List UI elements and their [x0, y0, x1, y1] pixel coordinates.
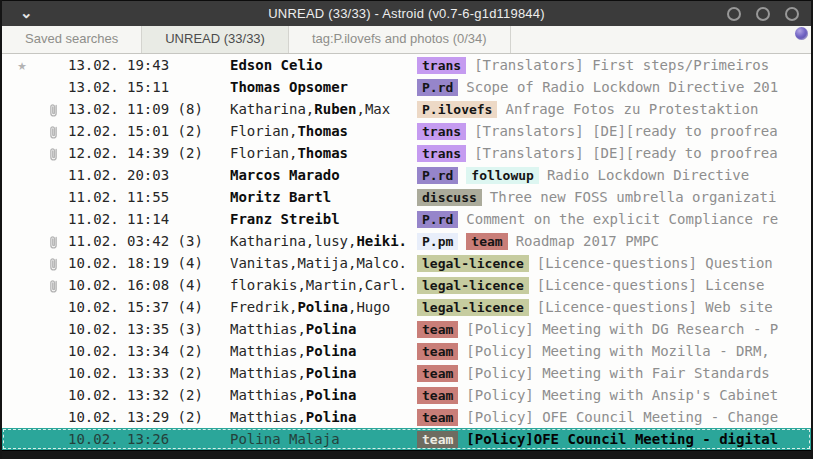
tab-unread-33-33[interactable]: UNREAD (33/33): [142, 26, 289, 53]
globe-icon: [795, 27, 808, 40]
window-bottom-border: [2, 450, 811, 459]
thread-date: 11.02. 11:14: [64, 211, 230, 227]
thread-row[interactable]: 11.02. 11:55Moritz BartldiscussThree new…: [2, 186, 811, 208]
thread-row[interactable]: 12.02. 15:01 (2)Florian,Thomastrans[Tran…: [2, 120, 811, 142]
thread-tags-and-subject: legal-licence[Licence-questions] Web sit…: [417, 299, 811, 316]
thread-authors: florakis,Martin,Carl.: [230, 277, 417, 293]
thread-row[interactable]: 12.02. 14:39 (2)Florian,Thomastrans[Tran…: [2, 142, 811, 164]
thread-subject: Three new FOSS umbrella organizati: [490, 189, 777, 205]
thread-row[interactable]: 10.02. 18:19 (4)Vanitas,Matija,Malco.leg…: [2, 252, 811, 274]
thread-row[interactable]: 10.02. 13:26Polina Malajateam[Policy]OFE…: [2, 428, 811, 450]
thread-subject: Comment on the explicit Compliance re: [466, 211, 778, 227]
thread-tags-and-subject: trans[Translators] [DE][ready to proofre…: [417, 145, 811, 162]
thread-row[interactable]: 10.02. 16:08 (4)florakis,Martin,Carl.leg…: [2, 274, 811, 296]
tag-chip: P.ilovefs: [417, 101, 497, 118]
tag-chip: legal-licence: [417, 299, 529, 316]
thread-tags-and-subject: team[Policy]OFE Council Meeting - digita…: [417, 431, 811, 448]
thread-subject: [Translators] First steps/Primeiros: [474, 57, 769, 73]
thread-date: 10.02. 16:08 (4): [64, 277, 230, 293]
thread-authors: Katharina,Ruben,Max: [230, 101, 417, 117]
thread-date: 12.02. 15:01 (2): [64, 123, 230, 139]
thread-subject: [Translators] [DE][ready to proofrea: [474, 145, 777, 161]
thread-subject: Anfrage Fotos zu Protestaktion: [505, 101, 758, 117]
tabs-container: Saved searchesUNREAD (33/33)tag:P.ilovef…: [2, 26, 511, 53]
thread-tags-and-subject: team[Policy] Meeting with Mozilla - DRM,: [417, 343, 811, 360]
thread-row[interactable]: 13.02. 15:11Thomas OpsomerP.rdScope of R…: [2, 76, 811, 98]
thread-authors: Matthias,Polina: [230, 409, 417, 425]
thread-tags-and-subject: discussThree new FOSS umbrella organizat…: [417, 189, 811, 206]
thread-row[interactable]: 10.02. 13:29 (2)Matthias,Polinateam[Poli…: [2, 406, 811, 428]
thread-authors: Edson Celio: [230, 57, 417, 73]
thread-tags-and-subject: P.rdfollowupRadio Lockdown Directive: [417, 167, 811, 184]
thread-tags-and-subject: trans[Translators] [DE][ready to proofre…: [417, 123, 811, 140]
thread-authors: Franz Streibl: [230, 211, 417, 227]
thread-tags-and-subject: P.pmteamRoadmap 2017 PMPC: [417, 233, 811, 250]
paperclip-icon: [42, 255, 64, 272]
thread-authors: Florian,Thomas: [230, 145, 417, 161]
thread-row[interactable]: 10.02. 13:34 (2)Matthias,Polinateam[Poli…: [2, 340, 811, 362]
tag-chip: team: [417, 431, 458, 448]
tag-chip: team: [417, 365, 458, 382]
star-icon: ★: [2, 54, 42, 76]
tag-chip: discuss: [417, 189, 482, 206]
thread-date: 11.02. 20:03: [64, 167, 230, 183]
thread-subject: [Licence-questions] Web site: [537, 299, 773, 315]
thread-subject: [Policy] Meeting with Ansip's Cabinet: [466, 387, 778, 403]
paperclip-icon: [42, 145, 64, 162]
thread-authors: Matthias,Polina: [230, 343, 417, 359]
thread-authors: Moritz Bartl: [230, 189, 417, 205]
thread-date: 13.02. 19:43: [64, 57, 230, 73]
thread-row[interactable]: 11.02. 03:42 (3)Katharina,lusy,Heiki.P.p…: [2, 230, 811, 252]
thread-subject: [Licence-questions] License: [537, 277, 765, 293]
thread-subject: Scope of Radio Lockdown Directive 201: [466, 79, 778, 95]
thread-date: 10.02. 13:35 (3): [64, 321, 230, 337]
tab-tag-p-ilovefs-and-photos-0-34[interactable]: tag:P.ilovefs and photos (0/34): [289, 26, 511, 53]
thread-row[interactable]: 11.02. 11:14Franz StreiblP.rdComment on …: [2, 208, 811, 230]
thread-subject: [Policy] Meeting with Fair Standards: [466, 365, 769, 381]
thread-date: 12.02. 14:39 (2): [64, 145, 230, 161]
tab-saved-searches[interactable]: Saved searches: [2, 26, 142, 53]
thread-subject: Radio Lockdown Directive: [547, 167, 749, 183]
thread-tags-and-subject: trans[Translators] First steps/Primeiros: [417, 57, 811, 74]
window-close-button[interactable]: [785, 7, 799, 21]
thread-tags-and-subject: legal-licence[Licence-questions] License: [417, 277, 811, 294]
thread-row[interactable]: 10.02. 13:32 (2)Matthias,Polinateam[Poli…: [2, 384, 811, 406]
window-titlebar: ⌄ UNREAD (33/33) - Astroid (v0.7-6-g1d11…: [2, 0, 811, 26]
paperclip-icon: [42, 277, 64, 294]
thread-tags-and-subject: team[Policy] OFE Council Meeting - Chang…: [417, 409, 811, 426]
tag-chip: team: [417, 321, 458, 338]
window-maximize-button[interactable]: [756, 7, 770, 21]
thread-authors: Thomas Opsomer: [230, 79, 417, 95]
tag-chip: trans: [417, 145, 466, 162]
thread-row[interactable]: 10.02. 15:37 (4)Fredrik,Polina,Hugolegal…: [2, 296, 811, 318]
tag-chip: team: [417, 387, 458, 404]
thread-subject: [Licence-questions] Question: [537, 255, 773, 271]
tag-chip: trans: [417, 123, 466, 140]
tag-chip: team: [417, 409, 458, 426]
paperclip-icon: [42, 123, 64, 140]
thread-authors: Fredrik,Polina,Hugo: [230, 299, 417, 315]
thread-row[interactable]: 13.02. 11:09 (8)Katharina,Ruben,MaxP.ilo…: [2, 98, 811, 120]
tag-chip: P.pm: [417, 233, 458, 250]
thread-row[interactable]: 10.02. 13:35 (3)Matthias,Polinateam[Poli…: [2, 318, 811, 340]
thread-tags-and-subject: team[Policy] Meeting with DG Research - …: [417, 321, 811, 338]
thread-authors: Katharina,lusy,Heiki.: [230, 233, 417, 249]
thread-row[interactable]: 10.02. 13:33 (2)Matthias,Polinateam[Poli…: [2, 362, 811, 384]
thread-row[interactable]: ★13.02. 19:43Edson Celiotrans[Translator…: [2, 54, 811, 76]
thread-authors: Polina Malaja: [230, 431, 417, 447]
thread-date: 13.02. 11:09 (8): [64, 101, 230, 117]
thread-row[interactable]: 11.02. 20:03Marcos MaradoP.rdfollowupRad…: [2, 164, 811, 186]
thread-subject: [Translators] [DE][ready to proofrea: [474, 123, 777, 139]
tag-chip: legal-licence: [417, 255, 529, 272]
tag-chip: legal-licence: [417, 277, 529, 294]
thread-date: 10.02. 13:33 (2): [64, 365, 230, 381]
chevron-down-icon[interactable]: ⌄: [20, 4, 33, 22]
thread-tags-and-subject: P.rdComment on the explicit Compliance r…: [417, 211, 811, 228]
thread-list: ★13.02. 19:43Edson Celiotrans[Translator…: [2, 54, 811, 450]
tab-bar: Saved searchesUNREAD (33/33)tag:P.ilovef…: [2, 26, 811, 54]
tag-chip: P.rd: [417, 79, 458, 96]
thread-subject: [Policy]OFE Council Meeting - digital: [466, 431, 778, 447]
window-minimize-button[interactable]: [727, 7, 741, 21]
thread-authors: Marcos Marado: [230, 167, 417, 183]
thread-authors: Matthias,Polina: [230, 387, 417, 403]
